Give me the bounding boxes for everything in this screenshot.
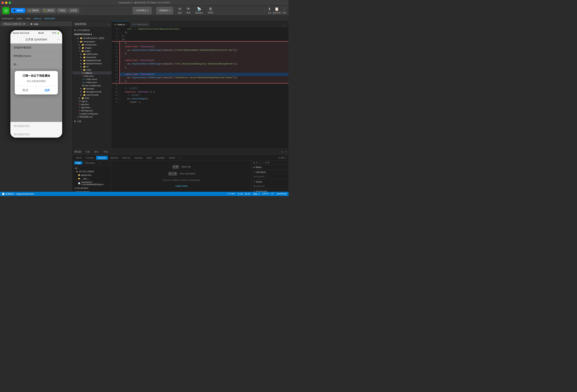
outline-section[interactable]: ▶ 大纲 (72, 118, 111, 124)
sim-prev-icon[interactable]: ◀ (34, 22, 36, 26)
devtools-tab-mock[interactable]: Mock (145, 156, 154, 160)
debug-tab-output[interactable]: 输出 (93, 150, 101, 154)
tab-index-wxml[interactable]: ≺/≻ index.wxml (130, 21, 150, 27)
tree-item-pages[interactable]: ▼ 📂 pages (72, 49, 111, 53)
tree-item-projectconfig[interactable]: {} project.config.json (72, 112, 111, 115)
minimize-button[interactable] (5, 1, 7, 4)
real-debug-btn[interactable]: 📡 真机调试 (195, 7, 203, 14)
pause-icon[interactable]: ⏸ (253, 162, 255, 164)
tree-item-storageconsole[interactable]: ▶ 📁 storageConsole (72, 90, 111, 93)
tree-item-appwxss[interactable]: ≋ app.wxss (72, 106, 111, 109)
tree-item-index-json[interactable]: {} index.json (72, 74, 111, 78)
view-mode-group[interactable]: 📱 模拟器 </> 编辑器 🐛 调试器 可视化 云开发 (11, 8, 79, 13)
debug-tab-issues[interactable]: 问题 (84, 150, 92, 154)
tree-item-appjs[interactable]: JS app.js (72, 99, 111, 103)
tree-item-chooselib[interactable]: ▶ 📁 chooseLib (72, 56, 111, 59)
cloud-btn[interactable]: 云开发 (68, 8, 79, 13)
tree-item-images[interactable]: ▶ 📁 images (72, 46, 111, 49)
sources-item-nodomain[interactable]: ▸ (no domain) (72, 186, 111, 190)
sim-record-icon[interactable]: ⏺ (30, 22, 33, 26)
tree-item-user-unlogin[interactable]: 🖼 user-unlogin.png (72, 84, 111, 87)
step-into-icon[interactable]: ↓ (258, 162, 260, 164)
tree-item-style[interactable]: ▶ 📁 style (72, 97, 111, 99)
settings-debug-icon[interactable]: ⚙ (268, 161, 270, 164)
compile-btn[interactable]: ⟳ 编译 (178, 7, 182, 14)
tree-item-databaseguide[interactable]: ▶ 📁 databaseGuide (72, 59, 111, 62)
tree-item-components[interactable]: ▶ 📁 components (72, 43, 111, 46)
tree-item-readme[interactable]: M README.md (72, 115, 111, 118)
tree-item-index-wxss[interactable]: CSS index.wxss (72, 81, 111, 84)
sim-rotate-icon[interactable]: ⬚ (27, 22, 29, 26)
phone-menu-item-5[interactable]: 测试模版消息2 (10, 130, 62, 139)
sources-item-op[interactable]: op (72, 166, 111, 170)
tree-item-im[interactable]: ▶ 📁 im (72, 65, 111, 68)
tree-item-sitemap[interactable]: {} sitemap.json (72, 109, 111, 112)
tree-item-appjson[interactable]: {} app.json (72, 103, 111, 106)
watch-header[interactable]: ▶ Watch (252, 165, 288, 169)
step-over-icon[interactable]: ⟳ (256, 161, 258, 164)
tree-item-index-wxml[interactable]: ≺/≻ index.wxml (72, 78, 111, 81)
sources-tab-page[interactable]: Page (74, 161, 82, 164)
tree-item-index-js[interactable]: JS index.js (72, 71, 111, 74)
tab-close-index-js[interactable]: × (126, 23, 127, 26)
modal-confirm-btn[interactable]: 允许 (36, 86, 58, 95)
compile-selector[interactable]: 普通编译 ▾ (156, 7, 173, 14)
devtools-settings-icon[interactable]: ⚙ (282, 156, 284, 159)
tree-item-addfunction[interactable]: ▶ 📁 addFunction (72, 53, 111, 56)
editor-more-icon[interactable]: ··· (285, 25, 287, 27)
debugger-btn[interactable]: 🐛 调试器 (41, 8, 56, 13)
sources-tab-filesystem[interactable]: Filesystem (83, 161, 97, 164)
devtools-tab-appdata[interactable]: AppData (154, 156, 167, 160)
breadcrumb-item-2[interactable]: pages (17, 17, 23, 20)
devtools-tab-network[interactable]: Network (108, 156, 120, 160)
device-selector[interactable]: iPhone 5 100% 16 (1, 22, 26, 26)
sources-item-127[interactable]: ▶ 127.0.0.1:30347 (72, 170, 111, 173)
devtools-tab-sources[interactable]: Sources (96, 156, 108, 160)
breadcrumb-item-5[interactable]: subScribe3 (44, 17, 55, 20)
split-editor-icon[interactable]: ⬚ (282, 25, 284, 27)
step-icon[interactable]: → (262, 162, 264, 164)
upload-btn[interactable]: ⬆ 上传 (267, 7, 271, 14)
preview-btn[interactable]: 👁 预览 (186, 7, 190, 14)
call-stack-header[interactable]: ▼ Call Stack (252, 170, 288, 174)
modal-cancel-btn[interactable]: 取消 (15, 86, 36, 95)
debug-panel-up-icon[interactable]: ∧ (282, 151, 283, 153)
sim-next-icon[interactable]: ▶ (36, 22, 39, 26)
window-controls[interactable] (1, 1, 11, 4)
detail-btn[interactable]: ⋮ 详情 (282, 7, 286, 14)
version-mgr-btn[interactable]: 📋 版本管理 (273, 7, 281, 14)
open-editors-section[interactable]: ▶ 打开的编辑器 (72, 28, 111, 32)
phone-menu-item-4[interactable]: 测试模版消息1 (10, 122, 62, 130)
clear-cache-btn[interactable]: 🗑 清缓存 (208, 7, 214, 14)
filetree-more-icon[interactable]: ··· (108, 23, 110, 26)
learn-more-link[interactable]: Learn more (176, 185, 187, 187)
devtools-tab-security[interactable]: Security (133, 156, 144, 160)
breadcrumb-item-4[interactable]: index.js (34, 17, 41, 20)
tree-item-miniprogram[interactable]: ▼ 📂 miniprogram (72, 40, 111, 43)
tree-item-deployfunctions[interactable]: ▶ 📁 deployFunctions (72, 62, 111, 65)
tree-item-index-folder[interactable]: ▼ 📂 index (72, 68, 111, 71)
tree-item-cloudfunctions[interactable]: ▶ 📁 cloudfunctions | (未选… (72, 36, 111, 40)
tab-index-js[interactable]: JS index.js × (112, 21, 130, 27)
devtools-tab-memory[interactable]: Memory (121, 156, 132, 160)
sources-item-mainframe[interactable]: 📄 mainframe?t=1624608648504&cts= (72, 180, 111, 186)
devtools-tab-audits[interactable]: Audits (167, 156, 177, 160)
deactivate-icon[interactable]: ⊘ (265, 161, 267, 164)
visualize-btn[interactable]: 可视化 (57, 8, 68, 13)
devtools-tab-console[interactable]: Console (84, 156, 96, 160)
simulator-btn[interactable]: 📱 模拟器 (11, 8, 25, 13)
debug-tab-terminal[interactable]: 终端 (102, 150, 110, 154)
debug-panel-close-icon[interactable]: × (286, 151, 287, 153)
breakpoints-header[interactable]: ▼ Breakpoints (252, 189, 288, 192)
sources-item-dev[interactable]: 📂 __dev__ (72, 177, 111, 180)
editor-btn[interactable]: </> 编辑器 (26, 8, 41, 13)
devtools-tab-wxml[interactable]: Wxml (74, 156, 84, 160)
tree-item-userconsole[interactable]: ▶ 📁 userConsole (72, 93, 111, 97)
breadcrumb-item-3[interactable]: index (26, 17, 31, 20)
devtools-dock-icon[interactable]: ⬚ (285, 156, 287, 159)
sources-item-appservice[interactable]: 📁 appservice (72, 173, 111, 177)
sources-new-icon[interactable]: + (109, 162, 110, 164)
sources-item-instanceframe1[interactable]: } instanceframe (72, 190, 111, 192)
mode-selector[interactable]: 小程序模式 ▾ (133, 7, 152, 14)
devtools-tab-more[interactable]: » (177, 156, 182, 160)
